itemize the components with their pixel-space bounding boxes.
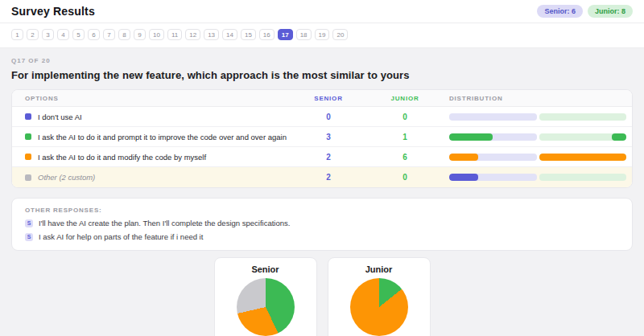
option-cell: I don't use AI <box>12 113 296 121</box>
page-button[interactable]: 8 <box>118 29 130 40</box>
pie-charts-section: SeniorI don't use AI0JuniorI don't use A… <box>11 257 633 336</box>
table-row: I ask the AI to do it and modify the cod… <box>12 147 632 167</box>
other-responses-title: OTHER RESPONSES: <box>25 207 619 214</box>
page-button[interactable]: 10 <box>149 29 164 40</box>
option-label: Other (2 custom) <box>38 173 95 182</box>
distribution-cell <box>449 174 632 181</box>
column-header-distribution: DISTRIBUTION <box>449 95 632 102</box>
response-text: I'll have the AI create the plan. Then I… <box>39 219 290 227</box>
screen: Survey Results Senior: 6 Junior: 8 12345… <box>0 0 644 336</box>
app-header: Survey Results Senior: 6 Junior: 8 <box>0 0 644 23</box>
distribution-cell <box>449 133 632 141</box>
page-button[interactable]: 4 <box>57 29 69 40</box>
table-header-row: OPTIONS SENIOR JUNIOR DISTRIBUTION <box>12 90 632 107</box>
junior-count-badge: Junior: 8 <box>588 5 633 18</box>
table-row: Other (2 custom)20 <box>12 167 632 187</box>
page-button[interactable]: 16 <box>259 29 275 40</box>
question-title: For implementing the new feature, which … <box>11 69 633 81</box>
senior-count-badge: Senior: 6 <box>537 5 583 18</box>
senior-bar-fill <box>449 174 478 181</box>
junior-value: 6 <box>361 153 449 162</box>
response-text: I ask AI for help on parts of the featur… <box>39 232 203 241</box>
column-header-senior: SENIOR <box>296 95 361 102</box>
senior-distribution-bar <box>449 133 537 141</box>
distribution-cell <box>449 113 632 121</box>
option-color-icon <box>25 154 31 160</box>
pagination-bar: 1234567891011121314151617181920 <box>0 23 644 48</box>
page-button[interactable]: 7 <box>103 29 115 40</box>
page-button[interactable]: 15 <box>241 29 256 40</box>
junior-bar-fill <box>539 154 627 161</box>
page-button[interactable]: 12 <box>185 29 200 40</box>
table-row: I don't use AI00 <box>12 107 632 127</box>
option-color-icon <box>25 133 31 140</box>
pie-card-junior: JuniorI don't use AI0 <box>328 257 431 336</box>
junior-bar-fill <box>612 133 626 141</box>
option-color-icon <box>25 174 31 181</box>
senior-distribution-bar <box>449 154 537 161</box>
page-button[interactable]: 3 <box>42 29 54 40</box>
junior-distribution-bar <box>539 113 627 121</box>
page-button[interactable]: 9 <box>134 29 146 40</box>
response-item: SI ask AI for help on parts of the featu… <box>25 232 619 241</box>
pie-card-senior: SeniorI don't use AI0 <box>214 257 317 336</box>
seniority-badge: S <box>25 219 33 227</box>
junior-value: 1 <box>361 133 449 141</box>
option-cell: I ask the AI to do it and modify the cod… <box>12 153 296 162</box>
senior-distribution-bar <box>449 174 537 181</box>
column-header-junior: JUNIOR <box>361 95 449 102</box>
junior-value: 0 <box>361 173 449 182</box>
pie-chart <box>237 278 295 336</box>
seniority-badge: S <box>25 233 33 241</box>
other-responses-list: SI'll have the AI create the plan. Then … <box>25 219 619 241</box>
junior-distribution-bar <box>539 174 627 181</box>
senior-value: 0 <box>296 113 361 121</box>
option-color-icon <box>25 113 31 120</box>
results-table: OPTIONS SENIOR JUNIOR DISTRIBUTION I don… <box>11 89 633 188</box>
pie-card-title: Junior <box>336 264 422 274</box>
table-row: I ask the AI to do it and prompt it to i… <box>12 127 632 147</box>
page-title: Survey Results <box>11 5 95 18</box>
senior-value: 3 <box>296 133 361 141</box>
pie-chart <box>350 278 408 336</box>
senior-value: 2 <box>296 153 361 162</box>
option-label: I ask the AI to do it and prompt it to i… <box>38 133 287 141</box>
option-label: I ask the AI to do it and modify the cod… <box>38 153 206 162</box>
response-item: SI'll have the AI create the plan. Then … <box>25 219 619 227</box>
page-button-active[interactable]: 17 <box>278 29 293 40</box>
page-button[interactable]: 13 <box>204 29 219 40</box>
page-button[interactable]: 18 <box>296 29 312 40</box>
option-cell: Other (2 custom) <box>12 173 296 182</box>
page-button[interactable]: 14 <box>222 29 237 40</box>
junior-distribution-bar <box>539 154 627 161</box>
option-label: I don't use AI <box>38 113 82 121</box>
table-body: I don't use AI00I ask the AI to do it an… <box>12 107 632 187</box>
other-responses-card: OTHER RESPONSES: SI'll have the AI creat… <box>11 198 633 251</box>
senior-bar-fill <box>449 154 478 161</box>
page-button[interactable]: 6 <box>88 29 100 40</box>
senior-distribution-bar <box>449 113 537 121</box>
main-content: Q17 OF 20 For implementing the new featu… <box>0 48 644 336</box>
senior-bar-fill <box>449 133 493 141</box>
page-button[interactable]: 5 <box>72 29 85 40</box>
senior-value: 2 <box>296 173 361 182</box>
page-button[interactable]: 20 <box>332 29 348 40</box>
page-button[interactable]: 19 <box>315 29 330 40</box>
question-progress: Q17 OF 20 <box>11 57 633 64</box>
page-button[interactable]: 2 <box>27 29 39 40</box>
junior-value: 0 <box>361 113 449 121</box>
page-button[interactable]: 11 <box>167 29 182 40</box>
pie-card-title: Senior <box>223 264 308 274</box>
option-cell: I ask the AI to do it and prompt it to i… <box>12 133 296 141</box>
header-badges: Senior: 6 Junior: 8 <box>537 5 633 18</box>
junior-distribution-bar <box>539 133 627 141</box>
distribution-cell <box>449 154 632 161</box>
page-button[interactable]: 1 <box>11 29 23 40</box>
column-header-options: OPTIONS <box>12 95 296 102</box>
